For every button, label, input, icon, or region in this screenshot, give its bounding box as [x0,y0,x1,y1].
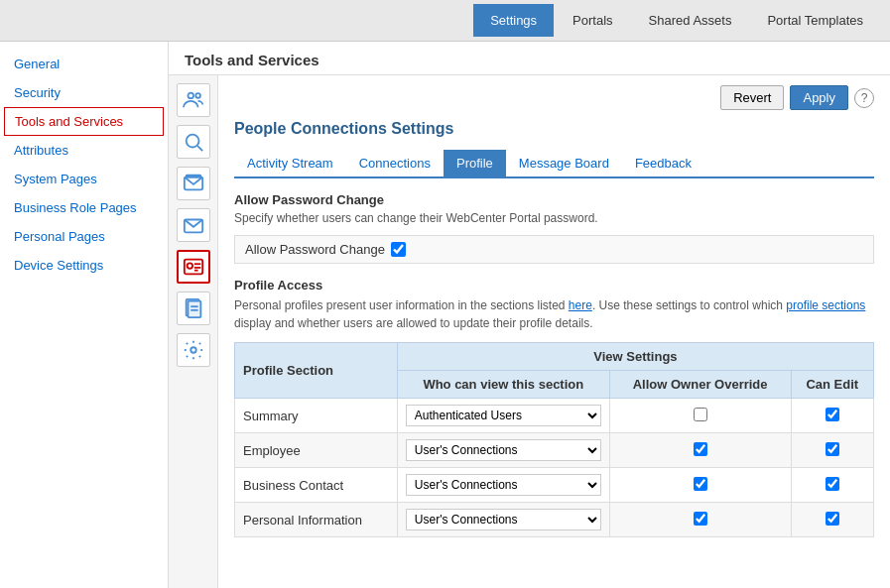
content-area: Tools and Services [169,42,890,588]
row-employee-section: Employee [235,433,398,468]
row-employee-can-edit [791,433,873,468]
here-link[interactable]: here [569,298,592,312]
row-personal-information-can-edit [791,503,873,537]
row-employee-allow-owner-override-checkbox[interactable] [694,442,707,456]
col-header-profile-section: Profile Section [235,343,398,399]
allow-password-change-desc: Specify whether users can change their W… [234,211,874,225]
profile-access-heading: Profile Access [234,278,874,293]
profile-card-icon-btn[interactable] [177,250,210,284]
row-personal-information-can-edit-checkbox[interactable] [826,512,839,526]
col-header-who-can-view: Who can view this section [397,371,609,399]
svg-point-16 [191,347,196,353]
content-body: Revert Apply ? People Connections Settin… [169,75,890,588]
revert-button[interactable]: Revert [720,85,784,110]
sidebar-item-security[interactable]: Security [0,78,168,107]
row-business-contact-allow-owner-override [609,468,791,503]
sidebar-item-device-settings[interactable]: Device Settings [0,251,168,280]
sidebar-item-attributes[interactable]: Attributes [0,136,168,165]
allow-password-change-checkbox[interactable] [391,242,406,257]
allow-password-change-row: Allow Password Change [234,235,874,264]
row-business-contact-section: Business Contact [235,468,398,503]
tab-feedback[interactable]: Feedback [622,150,704,176]
tab-connections[interactable]: Connections [346,150,444,176]
row-summary-who-can-view: Authenticated Users User's Connections E… [397,399,609,433]
table-row: Personal Information Authenticated Users… [235,503,874,537]
top-nav: Settings Portals Shared Assets Portal Te… [0,0,890,42]
search-icon-btn[interactable] [177,125,210,159]
mail-icon-btn[interactable] [177,208,210,242]
main-layout: General Security Tools and Services Attr… [0,42,890,588]
row-personal-information-who-can-view-select[interactable]: Authenticated Users User's Connections E… [406,509,601,530]
row-personal-information-who-can-view: Authenticated Users User's Connections E… [397,503,609,537]
icon-sidebar [169,75,218,588]
top-nav-tabs: Settings Portals Shared Assets Portal Te… [473,4,880,37]
svg-line-3 [197,146,202,151]
sidebar-item-personal-pages[interactable]: Personal Pages [0,222,168,251]
row-business-contact-allow-owner-override-checkbox[interactable] [694,477,707,491]
tab-settings[interactable]: Settings [473,4,554,37]
table-row: Business Contact Authenticated Users Use… [235,468,874,503]
svg-rect-13 [188,301,200,318]
col-header-allow-owner-override: Allow Owner Override [609,371,791,399]
row-employee-allow-owner-override [609,433,791,468]
profile-access-desc: Personal profiles present user informati… [234,296,874,332]
row-employee-who-can-view: Authenticated Users User's Connections E… [397,433,609,468]
row-summary-who-can-view-select[interactable]: Authenticated Users User's Connections E… [406,405,601,426]
mail-multi-icon-btn[interactable] [177,167,210,200]
row-business-contact-who-can-view-select[interactable]: Authenticated Users User's Connections E… [406,474,601,496]
people-connections-icon-btn[interactable] [177,83,210,117]
settings-gear-icon-btn[interactable] [177,333,210,367]
row-personal-information-section: Personal Information [235,503,398,537]
svg-point-8 [187,263,192,269]
row-summary-allow-owner-override [609,399,791,433]
row-business-contact-can-edit-checkbox[interactable] [826,477,839,491]
row-summary-section: Summary [235,399,398,433]
tab-portals[interactable]: Portals [556,4,629,37]
table-row: Summary Authenticated Users User's Conne… [235,399,874,433]
row-business-contact-who-can-view: Authenticated Users User's Connections E… [397,468,609,503]
allow-password-change-label: Allow Password Change [245,242,385,257]
tab-message-board[interactable]: Message Board [506,150,622,176]
content-header: Tools and Services [169,42,890,75]
tab-activity-stream[interactable]: Activity Stream [234,150,346,176]
col-header-can-edit: Can Edit [791,371,873,399]
tabs: Activity Stream Connections Profile Mess… [234,150,874,178]
row-personal-information-allow-owner-override [609,503,791,537]
tab-portal-templates[interactable]: Portal Templates [750,4,880,37]
pages-icon-btn[interactable] [177,292,210,325]
section-title: People Connections Settings [234,120,874,138]
row-summary-can-edit [791,399,873,433]
profile-sections-link[interactable]: profile sections [786,298,865,312]
allow-password-change-heading: Allow Password Change [234,192,874,207]
main-panel: Revert Apply ? People Connections Settin… [218,75,890,588]
row-summary-allow-owner-override-checkbox[interactable] [694,408,707,421]
row-business-contact-can-edit [791,468,873,503]
row-employee-who-can-view-select[interactable]: Authenticated Users User's Connections E… [406,439,601,461]
apply-button[interactable]: Apply [790,85,848,110]
toolbar: Revert Apply ? [234,85,874,110]
sidebar-item-business-role-pages[interactable]: Business Role Pages [0,193,168,222]
profile-access-table: Profile Section View Settings Who can vi… [234,342,874,537]
help-icon[interactable]: ? [854,88,874,108]
sidebar-item-general[interactable]: General [0,50,168,78]
svg-point-1 [195,93,200,98]
row-summary-can-edit-checkbox[interactable] [826,408,839,421]
sidebar-item-tools-and-services[interactable]: Tools and Services [4,107,164,136]
sidebar: General Security Tools and Services Attr… [0,42,169,588]
row-personal-information-allow-owner-override-checkbox[interactable] [694,512,707,526]
sidebar-item-system-pages[interactable]: System Pages [0,165,168,193]
svg-rect-5 [186,176,200,177]
table-row: Employee Authenticated Users User's Conn… [235,433,874,468]
row-employee-can-edit-checkbox[interactable] [826,442,839,456]
tab-profile[interactable]: Profile [444,150,506,176]
svg-point-0 [188,93,193,99]
svg-point-2 [186,135,198,148]
col-header-view-settings: View Settings [397,343,873,371]
tab-shared-assets[interactable]: Shared Assets [632,4,749,37]
